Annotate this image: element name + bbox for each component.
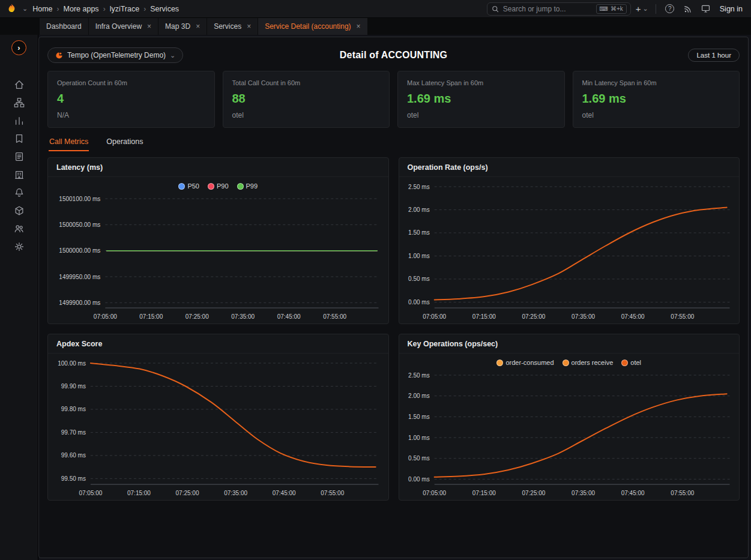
chart-title[interactable]: Apdex Score bbox=[48, 334, 388, 354]
legend-item-otel[interactable]: otel bbox=[621, 359, 641, 366]
tempo-datasource-icon bbox=[55, 52, 63, 59]
bookmark-icon bbox=[14, 133, 25, 144]
tab-label: Services bbox=[214, 22, 241, 31]
breadcrumb-separator-icon: › bbox=[103, 5, 106, 13]
legend-dot-icon bbox=[562, 360, 569, 366]
svg-text:07:55:00: 07:55:00 bbox=[323, 313, 346, 320]
svg-text:99.90 ms: 99.90 ms bbox=[61, 383, 86, 390]
close-icon[interactable]: × bbox=[357, 22, 361, 31]
display-monitor-icon[interactable] bbox=[699, 2, 713, 16]
metric-tab-call-metrics[interactable]: Call Metrics bbox=[49, 135, 89, 151]
sidebar-item-org[interactable] bbox=[9, 166, 29, 184]
sidebar-item-users[interactable] bbox=[9, 220, 29, 238]
breadcrumb: Home›More apps›lyziTrace›Services bbox=[32, 5, 179, 13]
chart-legend: P50P90P99 bbox=[48, 177, 388, 195]
tab-infra-overview[interactable]: Infra Overview× bbox=[89, 18, 158, 35]
svg-text:07:05:00: 07:05:00 bbox=[423, 490, 446, 496]
legend-dot-icon bbox=[496, 360, 503, 366]
sidebar-item-sitemap[interactable] bbox=[9, 94, 29, 112]
svg-text:99.70 ms: 99.70 ms bbox=[61, 429, 86, 436]
datasource-picker[interactable]: Tempo (OpenTelemetry Demo) ⌄ bbox=[47, 47, 183, 63]
svg-text:1500050.00 ms: 1500050.00 ms bbox=[59, 221, 100, 228]
breadcrumb-item-home[interactable]: Home bbox=[32, 5, 52, 13]
svg-text:07:35:00: 07:35:00 bbox=[231, 313, 255, 320]
chart-title[interactable]: Operation Rate (ops/s) bbox=[399, 158, 740, 177]
help-icon[interactable]: ? bbox=[663, 2, 677, 16]
tab-service-detail-accounting[interactable]: Service Detail (accounting)× bbox=[258, 18, 367, 35]
datasource-label: Tempo (OpenTelemetry Demo) bbox=[67, 51, 166, 59]
chart-canvas[interactable]: 1500100.00 ms1500050.00 ms1500000.00 ms1… bbox=[48, 195, 388, 324]
tab-label: Map 3D bbox=[165, 22, 190, 31]
legend-item-order-consumed[interactable]: order-consumed bbox=[496, 359, 553, 366]
search-input[interactable] bbox=[503, 5, 593, 13]
keyboard-icon: ⌨ bbox=[600, 5, 608, 12]
breadcrumb-item-services[interactable]: Services bbox=[150, 5, 179, 13]
svg-text:07:15:00: 07:15:00 bbox=[139, 313, 163, 320]
chart-title[interactable]: Latency (ms) bbox=[48, 158, 388, 177]
sidebar-item-bookmark[interactable] bbox=[9, 130, 29, 148]
legend-item-p90[interactable]: P90 bbox=[208, 182, 229, 190]
sidebar-item-alerts[interactable] bbox=[9, 184, 29, 202]
chart-panel-key-operations-ops-sec: Key Operations (ops/sec)order-consumedor… bbox=[399, 334, 740, 501]
tab-services[interactable]: Services× bbox=[207, 18, 258, 35]
stat-subtitle: otel bbox=[232, 111, 381, 119]
svg-text:99.50 ms: 99.50 ms bbox=[61, 475, 86, 482]
keyboard-shortcut-badge: ⌨ ⌘+k bbox=[596, 4, 627, 14]
chart-canvas[interactable]: 2.50 ms2.00 ms1.50 ms1.00 ms0.50 ms0.00 … bbox=[399, 372, 740, 500]
svg-text:07:45:00: 07:45:00 bbox=[621, 313, 644, 320]
svg-text:2.50 ms: 2.50 ms bbox=[408, 184, 430, 190]
legend-label: orders receive bbox=[572, 359, 614, 366]
svg-text:07:45:00: 07:45:00 bbox=[277, 313, 301, 320]
sidebar-item-plugins[interactable] bbox=[9, 202, 29, 220]
chevron-down-icon[interactable]: ⌄ bbox=[22, 5, 28, 12]
svg-text:07:35:00: 07:35:00 bbox=[572, 313, 595, 320]
stat-panel-max-latency-span-in-60m: Max Latency Span in 60m1.69 msotel bbox=[397, 71, 565, 128]
svg-text:07:05:00: 07:05:00 bbox=[79, 490, 102, 496]
time-range-picker[interactable]: Last 1 hour bbox=[688, 49, 740, 62]
add-new-button[interactable]: + ⌄ bbox=[636, 4, 648, 14]
expand-sidebar-button[interactable]: › bbox=[11, 40, 26, 55]
tab-dashboard[interactable]: Dashboard bbox=[40, 18, 89, 35]
svg-text:1500000.00 ms: 1500000.00 ms bbox=[59, 247, 100, 254]
top-navigation-bar: ⌄ Home›More apps›lyziTrace›Services ⌨ ⌘+… bbox=[0, 0, 751, 18]
tab-bar: DashboardInfra Overview×Map 3D×Services×… bbox=[0, 18, 751, 35]
sidebar-item-settings[interactable] bbox=[9, 238, 29, 256]
settings-icon bbox=[14, 241, 25, 252]
svg-text:1.00 ms: 1.00 ms bbox=[408, 435, 430, 441]
stats-row: Operation Count in 60m4N/ATotal Call Cou… bbox=[47, 71, 740, 128]
metric-tab-operations[interactable]: Operations bbox=[106, 135, 143, 151]
tab-map-3d[interactable]: Map 3D× bbox=[158, 18, 207, 35]
sidebar: › bbox=[0, 35, 38, 560]
stat-label: Operation Count in 60m bbox=[57, 79, 205, 86]
chart-canvas[interactable]: 2.50 ms2.00 ms1.50 ms1.00 ms0.50 ms0.00 … bbox=[399, 177, 740, 324]
analytics-icon bbox=[14, 115, 25, 126]
breadcrumb-item-more-apps[interactable]: More apps bbox=[64, 5, 99, 13]
svg-text:1.50 ms: 1.50 ms bbox=[408, 414, 430, 420]
chart-title[interactable]: Key Operations (ops/sec) bbox=[399, 334, 740, 354]
svg-text:07:55:00: 07:55:00 bbox=[671, 313, 694, 320]
legend-item-p50[interactable]: P50 bbox=[178, 182, 199, 190]
panel-header: Tempo (OpenTelemetry Demo) ⌄ Detail of A… bbox=[47, 43, 740, 67]
chart-panel-latency-ms: Latency (ms)P50P90P991500100.00 ms150005… bbox=[47, 157, 389, 324]
sidebar-item-home[interactable] bbox=[9, 76, 29, 94]
svg-text:2.50 ms: 2.50 ms bbox=[408, 372, 430, 379]
close-icon[interactable]: × bbox=[247, 22, 251, 31]
breadcrumb-item-lyzitrace[interactable]: lyziTrace bbox=[110, 5, 140, 13]
sign-in-button[interactable]: Sign in bbox=[720, 5, 743, 13]
grafana-logo[interactable] bbox=[6, 3, 17, 14]
sidebar-item-docs[interactable] bbox=[9, 148, 29, 166]
close-icon[interactable]: × bbox=[147, 22, 151, 31]
legend-item-p99[interactable]: P99 bbox=[237, 182, 258, 190]
chart-canvas[interactable]: 100.00 ms99.90 ms99.80 ms99.70 ms99.60 m… bbox=[48, 354, 388, 500]
search-box[interactable]: ⌨ ⌘+k bbox=[487, 2, 631, 16]
svg-text:07:25:00: 07:25:00 bbox=[522, 313, 545, 320]
page-title: Detail of ACCOUNTING bbox=[340, 50, 447, 61]
sidebar-item-analytics[interactable] bbox=[9, 112, 29, 130]
legend-item-orders-receive[interactable]: orders receive bbox=[562, 359, 614, 366]
stat-value: 88 bbox=[232, 92, 381, 106]
svg-text:07:15:00: 07:15:00 bbox=[472, 490, 495, 496]
news-rss-icon[interactable] bbox=[681, 2, 695, 16]
stat-label: Total Call Count in 60m bbox=[232, 79, 381, 86]
search-icon bbox=[491, 5, 499, 13]
close-icon[interactable]: × bbox=[196, 22, 200, 31]
